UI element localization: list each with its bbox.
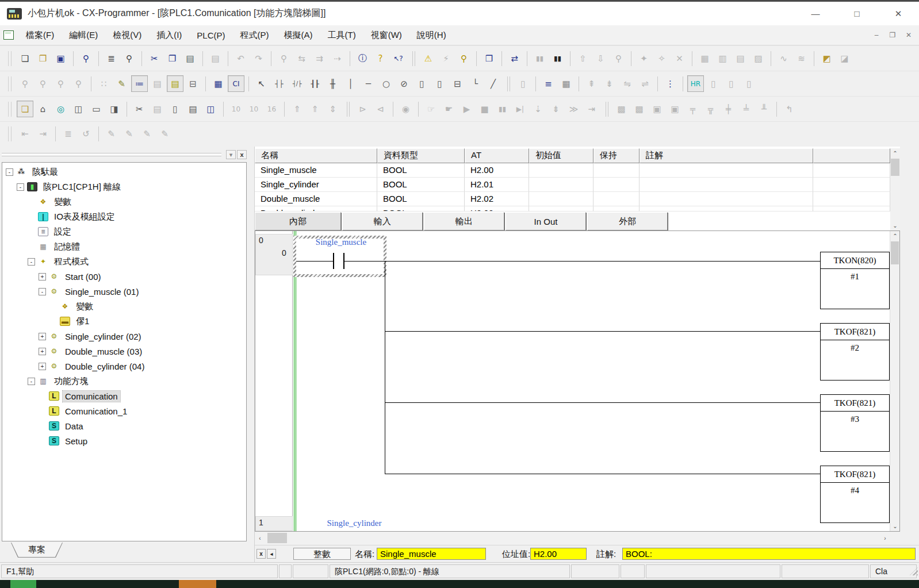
print-preview-icon[interactable]: ⚲	[121, 50, 137, 67]
io-comment-icon[interactable]: ▤	[149, 101, 166, 117]
col-name[interactable]: 名稱	[255, 148, 377, 163]
edit-down-icon[interactable]: ⇟	[601, 75, 618, 92]
zoom-custom-icon[interactable]: ⚲	[35, 75, 51, 92]
scroll-up-icon[interactable]: ⌃	[890, 231, 900, 241]
cell-datatype[interactable]: BOOL	[377, 163, 465, 178]
tree-item--[interactable]: -▥功能方塊	[2, 374, 246, 389]
scroll-thumb[interactable]	[267, 533, 287, 543]
find-report-icon[interactable]: ⚲	[455, 50, 472, 67]
signed-decimal-10-icon[interactable]: 10	[246, 101, 262, 117]
tree-item--[interactable]: ❖變數	[2, 194, 246, 209]
step-in-icon[interactable]: ⇣	[530, 101, 546, 117]
tree-item-single_cylinder-02-[interactable]: +⚙Single_cylinder (02)	[2, 329, 246, 344]
expand-icon[interactable]: +	[39, 273, 46, 280]
tab-input[interactable]: 輸入	[342, 212, 423, 230]
scroll-down-icon[interactable]: ⌄	[890, 221, 900, 230]
scroll-thumb[interactable]	[891, 159, 899, 176]
col-datatype[interactable]: 資料類型	[377, 148, 465, 163]
tree-item-comunication_1[interactable]: LComunication_1	[2, 403, 246, 418]
new-contact-icon[interactable]: ┤├	[271, 75, 288, 92]
rung-comment-icon[interactable]: ✎	[113, 75, 130, 92]
diff-monitor-icon[interactable]: ╧	[738, 101, 755, 117]
cell-datatype[interactable]: BOOL	[377, 206, 465, 212]
align-list-icon[interactable]: ≣	[60, 125, 76, 142]
instruction-param[interactable]: #3	[821, 412, 889, 426]
tree-item-double_cylinder-04-[interactable]: +⚙Double_cylinder (04)	[2, 359, 246, 374]
replace-all-icon[interactable]: ⇉	[311, 50, 328, 67]
ci-view-icon[interactable]: CI	[228, 75, 244, 92]
symbol-stack-icon[interactable]: ≡	[540, 75, 557, 92]
save-project-icon[interactable]: ▣	[52, 50, 69, 67]
context-help-icon[interactable]: ↖?	[390, 50, 407, 67]
cell-initial[interactable]	[529, 163, 593, 178]
scroll-left-icon[interactable]: ‹	[255, 532, 265, 544]
paste-icon[interactable]: ▤	[182, 50, 198, 67]
memory-sheet-icon[interactable]: ▤	[185, 101, 201, 117]
menu-plc[interactable]: PLC(P)	[189, 25, 232, 45]
pen-icon[interactable]: ✎	[103, 125, 120, 142]
menu-view[interactable]: 檢視(V)	[105, 25, 149, 45]
force-set-icon[interactable]: ▣	[649, 101, 665, 117]
col-retain[interactable]: 保持	[593, 148, 640, 163]
zoom-out-icon[interactable]: ⚲	[52, 75, 69, 92]
run-icon[interactable]: ▶	[458, 101, 475, 117]
force-on-icon[interactable]: ⇑	[289, 101, 305, 117]
io-001002-icon[interactable]: ◫	[202, 101, 219, 117]
find-in-project-icon[interactable]: ⚲	[78, 50, 94, 67]
cell-name[interactable]: Single_muscle	[255, 163, 377, 178]
rack-grid-icon[interactable]: ▦	[558, 75, 575, 92]
transfer-options-icon[interactable]: ❒	[481, 50, 497, 67]
collapse-icon[interactable]: -	[28, 378, 35, 385]
table-row-partial[interactable]: Double_cylinder BOOL H2.03	[255, 206, 890, 212]
tree-item-comunication[interactable]: LComunication	[2, 389, 246, 403]
window-blank-icon[interactable]: ▭	[88, 101, 105, 117]
menu-window[interactable]: 視窗(W)	[363, 25, 409, 45]
tab-project[interactable]: 專案	[11, 543, 63, 557]
new-fb-invoke-icon[interactable]: ⊟	[449, 75, 466, 92]
cell-retain[interactable]	[593, 192, 640, 206]
select-tool-icon[interactable]: ↖	[253, 75, 270, 92]
minimize-icon[interactable]: —	[795, 3, 836, 25]
monitor-ref-icon[interactable]: ◉	[397, 101, 414, 117]
mdi-restore-icon[interactable]: ❐	[884, 28, 901, 42]
panel-drag-handle[interactable]	[2, 153, 221, 156]
diff-down-icon[interactable]: ╦	[702, 101, 719, 117]
cell-retain[interactable]	[593, 178, 640, 192]
menu-edit[interactable]: 編輯(E)	[62, 25, 105, 45]
table-row[interactable]: Single_muscle BOOL H2.00	[255, 163, 890, 178]
new-instruction-icon[interactable]: ▯	[431, 75, 448, 92]
page-break-icon[interactable]: ▯	[515, 75, 531, 92]
new-pls-icon[interactable]: ▯	[413, 75, 430, 92]
cell-name[interactable]: Single_cylinder	[255, 178, 377, 192]
tab-inout[interactable]: In Out	[506, 212, 586, 230]
edit-merge-icon[interactable]: ⇌	[637, 75, 653, 92]
block-list-icon[interactable]: ⋮	[662, 75, 679, 92]
comment-field[interactable]: BOOL:	[622, 548, 916, 560]
compile-icon[interactable]: ⚠	[420, 50, 436, 67]
resume-hand-icon[interactable]: ☛	[441, 101, 457, 117]
upload-icon[interactable]: ⇧	[575, 50, 591, 67]
zoom-fit-icon[interactable]: ⚲	[17, 75, 33, 92]
table-row[interactable]: Double_muscle BOOL H2.02	[255, 192, 890, 206]
instruction-block-tkon[interactable]: TKON(820) #1	[820, 252, 890, 309]
pulse-trace-icon[interactable]: ∿	[775, 50, 792, 67]
tree-item-start-00-[interactable]: +⚙Start (00)	[2, 269, 246, 284]
window-reference-icon[interactable]: ◫	[70, 101, 87, 117]
mdi-minimize-icon[interactable]: –	[868, 28, 884, 42]
about-icon[interactable]: ⓘ	[354, 50, 371, 67]
cell-initial[interactable]	[529, 192, 593, 206]
stop-icon[interactable]: ■	[476, 101, 493, 117]
paste-special-icon[interactable]: ▤	[207, 50, 224, 67]
address-tool-icon[interactable]: ◨	[106, 101, 122, 117]
ladder-editor-icon[interactable]: ▤	[167, 75, 183, 92]
cancel-edit-icon[interactable]: ✕	[671, 50, 688, 67]
pen-undo-icon[interactable]: ✎	[121, 125, 137, 142]
cell-datatype[interactable]: BOOL	[377, 192, 465, 206]
return-icon[interactable]: ↰	[781, 101, 798, 117]
sheet-3-icon[interactable]: ▯	[741, 75, 757, 92]
sheet-2-icon[interactable]: ▯	[723, 75, 740, 92]
new-fb-param-icon[interactable]: └	[467, 75, 484, 92]
cell-retain[interactable]	[593, 163, 640, 178]
pause-hand-icon[interactable]: ☞	[423, 101, 439, 117]
undo-icon[interactable]: ↶	[232, 50, 249, 67]
